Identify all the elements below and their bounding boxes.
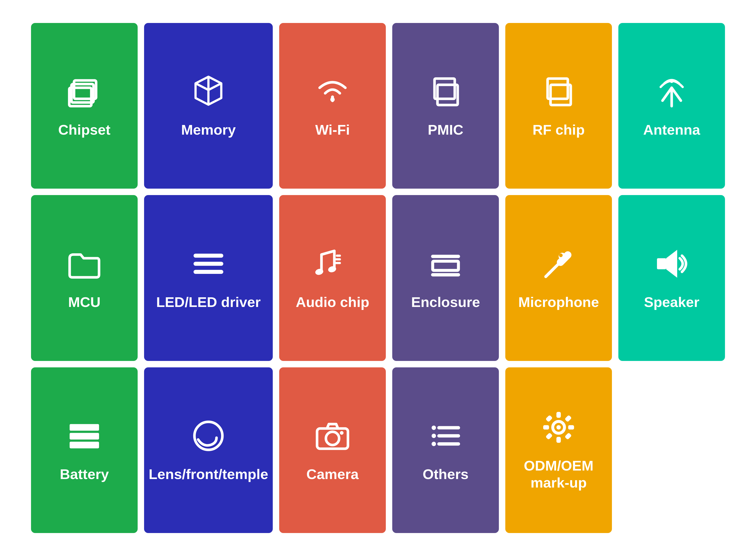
wifi-icon	[312, 71, 353, 112]
svg-point-29	[559, 253, 563, 257]
speaker-icon	[651, 243, 692, 284]
svg-rect-52	[568, 425, 574, 429]
svg-point-45	[432, 442, 436, 446]
others-label: Others	[422, 466, 469, 483]
svg-line-10	[662, 88, 672, 101]
svg-point-4	[331, 97, 335, 102]
battery-label: Battery	[60, 466, 109, 483]
cell-antenna[interactable]: Antenna	[618, 23, 725, 188]
lens-label: Lens/front/temple	[149, 466, 268, 483]
svg-point-41	[432, 425, 436, 430]
cell-microphone[interactable]: Microphone	[505, 195, 612, 361]
svg-rect-25	[433, 261, 458, 270]
svg-rect-35	[70, 433, 99, 440]
audiochip-label: Audio chip	[296, 293, 369, 311]
svg-marker-33	[666, 250, 677, 278]
memory-label: Memory	[181, 121, 236, 138]
memory-icon	[188, 71, 229, 112]
cell-rfchip[interactable]: RF chip	[505, 23, 612, 188]
cell-speaker[interactable]: Speaker	[618, 195, 725, 361]
chipset-icon	[64, 71, 105, 112]
svg-point-12	[670, 79, 674, 83]
cell-pmic[interactable]: PMIC	[392, 23, 499, 188]
cell-audiochip[interactable]: Audio chip	[279, 195, 386, 361]
antenna-label: Antenna	[643, 121, 700, 138]
antenna-icon	[651, 71, 692, 112]
enclosure-label: Enclosure	[411, 293, 480, 311]
led-icon	[188, 243, 229, 284]
svg-line-11	[672, 88, 681, 101]
svg-rect-51	[543, 425, 549, 429]
cell-odm[interactable]: ODM/OEM mark-up	[505, 368, 612, 533]
mcu-icon	[64, 243, 105, 284]
microphone-label: Microphone	[518, 293, 599, 311]
svg-line-31	[546, 272, 551, 277]
battery-icon	[64, 415, 105, 456]
svg-rect-34	[70, 424, 99, 431]
svg-point-43	[432, 434, 436, 438]
mcu-label: MCU	[68, 293, 100, 311]
svg-rect-54	[564, 415, 572, 422]
category-grid: Chipset Memory Wi-Fi	[22, 14, 734, 542]
svg-rect-55	[546, 432, 553, 440]
camera-label: Camera	[306, 466, 358, 483]
svg-point-48	[556, 425, 561, 429]
rfchip-icon	[538, 71, 579, 112]
svg-rect-50	[556, 437, 561, 443]
microphone-icon	[538, 243, 579, 284]
odm-label: ODM/OEM mark-up	[510, 457, 607, 491]
svg-point-40	[340, 431, 344, 435]
cell-camera[interactable]: Camera	[279, 368, 386, 533]
svg-line-16	[321, 251, 334, 254]
svg-rect-49	[556, 412, 561, 418]
svg-point-39	[326, 432, 339, 445]
svg-rect-56	[564, 432, 572, 440]
cell-memory[interactable]: Memory	[144, 23, 273, 188]
chipset-label: Chipset	[58, 121, 110, 138]
cell-lens[interactable]: Lens/front/temple	[144, 368, 273, 533]
camera-icon	[312, 415, 353, 456]
svg-rect-36	[70, 442, 99, 449]
lens-icon	[188, 415, 229, 456]
cell-mcu[interactable]: MCU	[31, 195, 138, 361]
speaker-label: Speaker	[644, 293, 699, 311]
svg-rect-32	[657, 258, 666, 269]
wifi-label: Wi-Fi	[315, 121, 350, 138]
cell-chipset[interactable]: Chipset	[31, 23, 138, 188]
cell-led[interactable]: LED/LED driver	[144, 195, 273, 361]
others-icon	[425, 415, 466, 456]
cell-enclosure[interactable]: Enclosure	[392, 195, 499, 361]
cell-wifi[interactable]: Wi-Fi	[279, 23, 386, 188]
enclosure-icon	[425, 243, 466, 284]
cell-others[interactable]: Others	[392, 368, 499, 533]
pmic-label: PMIC	[428, 121, 463, 138]
audiochip-icon	[312, 243, 353, 284]
cell-battery[interactable]: Battery	[31, 368, 138, 533]
pmic-icon	[425, 71, 466, 112]
odm-icon	[538, 407, 579, 448]
svg-rect-53	[546, 415, 553, 422]
rfchip-label: RF chip	[532, 121, 585, 138]
led-label: LED/LED driver	[156, 293, 261, 311]
